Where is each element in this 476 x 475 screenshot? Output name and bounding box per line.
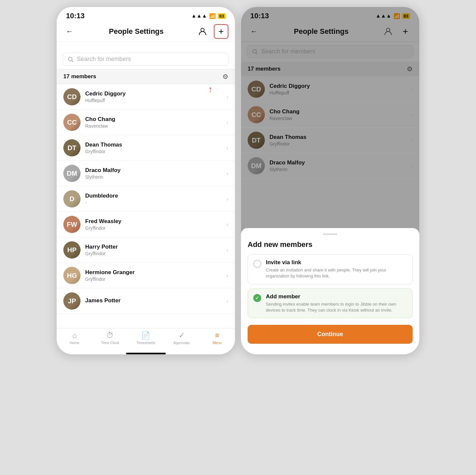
avatar-image: D (63, 190, 81, 208)
home-indicator-left (126, 353, 166, 354)
signal-icon-left: ▲▲▲ (191, 13, 207, 19)
bottom-nav-left: ⌂ Home ⏱ Time Clock 📄 Timesheets ✓ Appro… (57, 328, 235, 351)
avatar-image: DM (63, 165, 81, 182)
list-item[interactable]: JP James Potter › (57, 288, 235, 314)
nav-item-timesheets[interactable]: 📄 Timesheets (136, 331, 156, 345)
member-info: Draco Malfoy Slytherin (85, 167, 226, 180)
list-item[interactable]: CD Cedric Diggory Hufflepuff › (57, 84, 235, 110)
status-bar-left: 10:13 ▲▲▲ 📶 83 (57, 7, 235, 22)
nav-label: Home (70, 341, 79, 345)
list-item[interactable]: DM Draco Malfoy Slytherin › (57, 161, 235, 186)
avatar-image: FW (63, 216, 81, 233)
search-input-area-left[interactable]: Search for members (63, 53, 229, 66)
chevron-icon: › (226, 196, 228, 203)
continue-button[interactable]: Continue (248, 325, 413, 344)
member-info: Fred Weasley Gryffindor (85, 218, 226, 231)
avatar: D (63, 190, 81, 208)
avatar-image: DT (63, 139, 81, 156)
invite-link-desc: Create an invitation and share it with p… (266, 267, 407, 279)
member-info: Harry Potter Gryffindor (85, 244, 226, 256)
profile-icon-btn-left[interactable] (197, 26, 208, 37)
list-item[interactable]: HP Harry Potter Gryffindor › (57, 237, 235, 263)
modal-overlay: Add new members Invite via link Create a… (241, 7, 419, 354)
chevron-icon: › (226, 93, 228, 100)
avatar: HG (63, 267, 81, 284)
member-info: Cho Chang Ravenclaw (85, 116, 226, 129)
list-item[interactable]: DT Dean Thomas Gryffindor › (57, 135, 235, 161)
nav-label: Time Clock (101, 341, 119, 345)
list-item[interactable]: D Dumbledore - › (57, 186, 235, 212)
avatar-image: JP (63, 292, 81, 310)
list-item[interactable]: HG Hermione Granger Gryffindor › (57, 263, 235, 288)
invite-via-link-option[interactable]: Invite via link Create an invitation and… (248, 254, 413, 284)
back-button-left[interactable]: ← (63, 26, 76, 37)
add-member-text: Add member Sending invites enable team m… (266, 293, 407, 313)
member-info: Dean Thomas Gryffindor (85, 142, 226, 154)
avatar: CD (63, 88, 81, 105)
wifi-icon-left: 📶 (209, 13, 216, 19)
member-name: Dumbledore (85, 193, 226, 199)
member-house: Slytherin (85, 174, 226, 180)
chevron-icon: › (226, 298, 228, 305)
modal-title: Add new members (248, 240, 413, 249)
member-house: Ravenclaw (85, 123, 226, 129)
member-info: Dumbledore - (85, 193, 226, 205)
nav-icon: ≡ (215, 331, 219, 340)
member-name: Hermione Granger (85, 269, 226, 276)
member-name: Draco Malfoy (85, 167, 226, 174)
invite-link-text: Invite via link Create an invitation and… (266, 259, 407, 279)
list-item[interactable]: CC Cho Chang Ravenclaw › (57, 110, 235, 135)
nav-item-menu[interactable]: ≡ Menu (207, 331, 227, 345)
invite-link-radio[interactable] (253, 260, 261, 268)
chevron-icon: › (226, 145, 228, 151)
svg-line-2 (72, 60, 73, 62)
status-icons-left: ▲▲▲ 📶 83 (191, 13, 226, 19)
status-time-left: 10:13 (66, 12, 85, 20)
avatar: HP (63, 241, 81, 259)
avatar-image: CD (63, 88, 81, 105)
search-bar-left: Search for members (57, 49, 235, 69)
page-title-left: People Settings (109, 27, 163, 36)
nav-actions-left: + (197, 24, 228, 39)
member-house: Gryffindor (85, 276, 226, 282)
nav-item-approvals[interactable]: ✓ Approvals (172, 331, 192, 345)
left-phone: 10:13 ▲▲▲ 📶 83 ← People Settings + (56, 7, 235, 355)
add-member-button-left[interactable]: + (214, 24, 228, 39)
add-member-option-desc: Sending invites enable team members to l… (266, 301, 407, 313)
nav-item-home[interactable]: ⌂ Home (65, 331, 85, 345)
chevron-icon: › (226, 272, 228, 279)
add-member-radio[interactable] (253, 294, 261, 302)
add-member-option[interactable]: Add member Sending invites enable team m… (248, 288, 413, 318)
nav-label: Approvals (173, 341, 190, 345)
member-name: Dean Thomas (85, 142, 226, 148)
add-members-modal: Add new members Invite via link Create a… (241, 228, 419, 354)
nav-label: Menu (212, 341, 222, 345)
avatar: FW (63, 216, 81, 233)
avatar-image: HP (63, 241, 81, 259)
members-count-left: 17 members (63, 73, 96, 80)
chevron-icon: › (226, 170, 228, 177)
chevron-icon: › (226, 247, 228, 254)
avatar-image: HG (63, 267, 81, 284)
member-name: Harry Potter (85, 244, 226, 250)
member-info: Hermione Granger Gryffindor (85, 269, 226, 282)
list-item[interactable]: FW Fred Weasley Gryffindor › (57, 212, 235, 237)
member-list-left: CD Cedric Diggory Hufflepuff › CC Cho Ch… (57, 84, 235, 328)
modal-handle (323, 233, 337, 235)
nav-icon: ⌂ (72, 331, 77, 340)
chevron-icon: › (226, 221, 228, 228)
search-input-left[interactable]: Search for members (77, 56, 131, 63)
chevron-icon: › (226, 119, 228, 126)
member-house: - (85, 200, 226, 205)
nav-icon: ✓ (179, 331, 185, 340)
member-name: Cedric Diggory (85, 90, 226, 97)
members-header-left: 17 members ⚙ (57, 69, 235, 84)
member-info: James Potter (85, 297, 226, 305)
avatar: DT (63, 139, 81, 156)
avatar: CC (63, 114, 81, 131)
filter-icon-left[interactable]: ⚙ (222, 73, 228, 81)
avatar: JP (63, 292, 81, 310)
member-name: Fred Weasley (85, 218, 226, 225)
nav-item-time-clock[interactable]: ⏱ Time Clock (100, 331, 120, 345)
avatar-image: CC (63, 114, 81, 131)
